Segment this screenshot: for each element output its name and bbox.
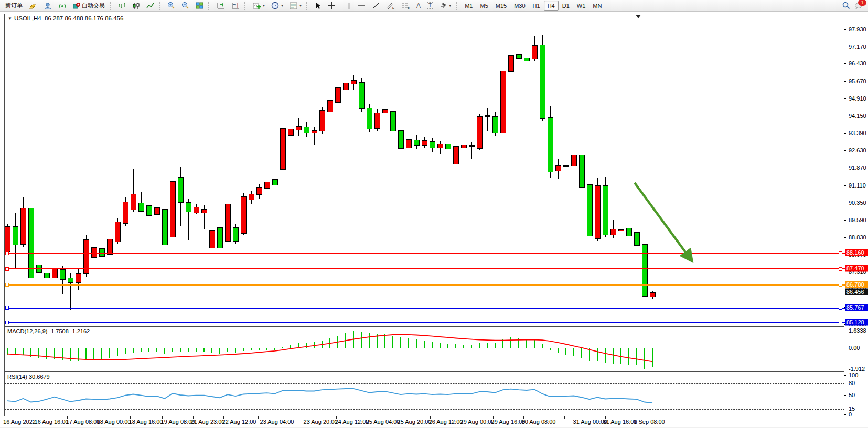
text-icon[interactable]: A <box>413 0 424 12</box>
fibonacci-icon-svg: F <box>401 2 410 9</box>
zoom-in-icon-svg <box>167 2 175 9</box>
price-scale-axis[interactable]: 88.16087.47086.78086.45685.76785.12897.9… <box>844 12 868 428</box>
bar-chart-icon[interactable] <box>115 0 129 12</box>
text-icon-glyph: A <box>416 2 421 9</box>
trendline-icon-svg <box>372 2 380 9</box>
timeframe-mn[interactable]: MN <box>589 1 605 11</box>
line-chart-icon-svg <box>146 2 154 9</box>
dropdown-arrow: ▾ <box>299 3 302 8</box>
timeframe-d1[interactable]: D1 <box>559 1 573 11</box>
toolbar-grip <box>306 2 310 10</box>
horizontal-line-icon[interactable] <box>355 0 369 12</box>
crosshair-icon-svg <box>328 2 336 9</box>
notifications-icon[interactable]: 1 <box>854 2 863 9</box>
channel-icon-svg: E <box>386 2 395 9</box>
rsi-pane[interactable]: RSI(14) 30.6679 <box>4 372 845 417</box>
headset-icon-svg <box>44 2 52 9</box>
toolbar-grip <box>159 2 163 10</box>
main-toolbar: 新订单 自动交易 <box>0 0 868 12</box>
price-tick-label: 93.390 <box>849 130 866 136</box>
chart-shift-icon[interactable] <box>228 0 243 12</box>
gold-bar-icon[interactable] <box>26 0 40 12</box>
price-tick-label: 92.630 <box>849 147 866 153</box>
time-axis-label: 23 Aug 04:00 <box>260 419 294 425</box>
crosshair-icon[interactable] <box>325 0 339 12</box>
rsi-label: RSI(14) 30.6679 <box>7 374 50 380</box>
zoom-in-icon[interactable] <box>164 0 178 12</box>
time-axis-label: 21 Aug 23:00 <box>191 419 225 425</box>
timeframe-w1[interactable]: W1 <box>573 1 590 11</box>
zoom-out-icon-svg <box>181 2 189 9</box>
time-axis-label: 31 Aug 00:00 <box>573 419 607 425</box>
price-tick-label: 94.910 <box>849 95 866 102</box>
new-order-label: 新订单 <box>5 2 23 9</box>
rsi-name: RSI(14) <box>7 374 27 380</box>
headset-icon[interactable] <box>40 0 55 12</box>
price-tick-label: 91.870 <box>849 164 866 171</box>
timeframe-m5[interactable]: M5 <box>476 1 491 11</box>
rsi-tick-label: 0 <box>849 411 852 418</box>
candlestick-icon[interactable] <box>129 0 143 12</box>
timeframe-h4[interactable]: H4 <box>544 1 559 11</box>
price-line-label: 86.780 <box>845 281 868 288</box>
line-chart-icon[interactable] <box>143 0 157 12</box>
time-axis-tick <box>299 416 299 419</box>
price-tick-label: 94.150 <box>849 113 866 119</box>
rsi-line <box>5 372 845 416</box>
new-order-button[interactable]: 新订单 <box>2 0 26 12</box>
templates-icon[interactable]: ▾ <box>286 0 305 12</box>
trend-arrow-annotation[interactable] <box>5 14 845 326</box>
rsi-tick-label: 80 <box>849 380 855 386</box>
gold-bar-icon-svg <box>29 2 37 9</box>
channel-icon[interactable]: E <box>383 0 398 12</box>
timeframe-m30[interactable]: M30 <box>510 1 529 11</box>
price-tick-label: 95.670 <box>849 78 866 84</box>
bar-chart-icon-svg <box>118 2 126 9</box>
arrows-icon[interactable]: ▾ <box>436 0 454 12</box>
chart-symbol-period: USOil-,H4 <box>14 15 41 21</box>
rsi-tick-label: 15 <box>849 405 855 412</box>
time-axis-label: 23 Aug 20:00 <box>304 419 338 425</box>
macd-tick-label: 0.00 <box>849 345 860 351</box>
search-icon[interactable] <box>842 2 850 9</box>
fibonacci-icon[interactable]: F <box>398 0 413 12</box>
auto-scroll-icon[interactable] <box>213 0 228 12</box>
timeframe-m15[interactable]: M15 <box>492 1 510 11</box>
macd-label: MACD(12,26,9) -1.7508 -1.2162 <box>7 328 90 334</box>
time-axis[interactable]: 16 Aug 202216 Aug 16:0017 Aug 08:0018 Au… <box>4 416 844 428</box>
auto-scroll-icon-svg <box>217 2 225 9</box>
macd-pane[interactable]: MACD(12,26,9) -1.7508 -1.2162 <box>4 326 845 372</box>
cursor-icon-svg <box>315 2 322 9</box>
signal-icon[interactable] <box>55 0 70 12</box>
time-axis-label: 26 Aug 12:00 <box>429 419 463 425</box>
text-label-icon[interactable]: T <box>424 0 436 12</box>
timeframe-h1[interactable]: H1 <box>529 1 544 11</box>
auto-trading-button[interactable]: 自动交易 <box>70 0 108 12</box>
time-axis-tick <box>564 416 565 419</box>
chart-ohlc-values: 86.287 86.488 86.176 86.456 <box>45 15 123 21</box>
cursor-icon[interactable] <box>312 0 325 12</box>
price-tick-label: 97.170 <box>849 43 866 50</box>
indicators-add-icon[interactable]: ▾ <box>250 0 268 12</box>
trendline-icon[interactable] <box>369 0 383 12</box>
time-axis-label: 25 Aug 04:00 <box>366 419 400 425</box>
timeframe-m1[interactable]: M1 <box>461 1 476 11</box>
time-axis-label: 1 Sep 08:00 <box>634 419 665 425</box>
zoom-out-icon[interactable] <box>178 0 192 12</box>
periods-clock-icon[interactable]: ▾ <box>268 0 286 12</box>
price-pane[interactable]: ▼USOil-,H4 86.287 86.488 86.176 86.456 <box>4 14 845 326</box>
chart-menu-icon[interactable]: ▼ <box>8 16 12 21</box>
macd-tick-label: 1.6338 <box>849 327 866 334</box>
time-axis-label: 18 Aug 16:00 <box>129 419 163 425</box>
macd-signal-line <box>5 327 845 371</box>
candlestick-icon-svg <box>132 2 140 9</box>
price-tick-label: 88.830 <box>849 234 866 240</box>
toolbar-grip <box>456 2 459 10</box>
vertical-line-icon-svg <box>347 2 351 9</box>
tile-windows-icon[interactable] <box>192 0 207 12</box>
time-axis-label: 18 Aug 00:00 <box>97 419 131 425</box>
text-label-icon-glyph: T <box>427 2 433 9</box>
vertical-line-icon[interactable] <box>344 0 355 12</box>
toolbar-grip <box>208 2 212 10</box>
price-tick-label: 89.590 <box>849 217 866 223</box>
